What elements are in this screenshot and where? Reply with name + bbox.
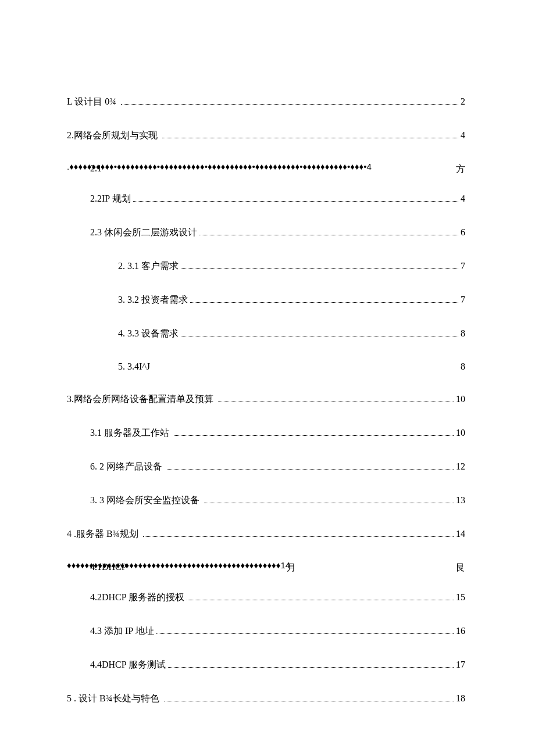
toc-leader [174, 435, 454, 436]
toc-page-no: 6 [461, 227, 465, 238]
toc-entry-7: 3. 3.2 投资者需求 7 [67, 294, 465, 306]
toc-page-no: 10 [456, 394, 465, 404]
toc-leader [164, 701, 454, 701]
toc-page-no: 4 [461, 194, 465, 204]
toc-label: 4.2DHCP 服务器的授权 [90, 592, 184, 604]
toc-label: 2. 3.1 客户需求 [118, 260, 179, 273]
toc-spacer [169, 428, 172, 438]
toc-leader [143, 536, 454, 537]
toc-spacer [162, 461, 165, 472]
toc-page-no: 7 [461, 295, 465, 305]
toc-page-no: 12 [456, 461, 465, 472]
toc-leader [162, 138, 458, 138]
toc-page-no: 17 [456, 660, 465, 670]
toc-leader [181, 268, 458, 269]
toc-page-no: 18 [456, 693, 465, 704]
toc-page-no: 2 [461, 96, 465, 107]
toc-leader [218, 402, 454, 402]
toc-entry-1: L 设计目 0¾ 2 [67, 96, 465, 108]
toc-entry-5: 2.3 休闲会所二层游戏设计 6 [67, 227, 465, 239]
toc-page-no: 16 [456, 626, 465, 636]
toc-label: 6. 2 网络产品设备 [90, 461, 162, 473]
toc-label: 4. 3.3 设备需求 [118, 328, 179, 340]
toc-label: 2.网络会所规划与实现 [67, 130, 158, 142]
toc-entry-13: 3. 3 网络会所安全监控设备 13 [67, 495, 465, 507]
toc-entry-4: 2.2IP 规划 4 [67, 193, 465, 205]
toc-label: 3.1 服务器及工作站 [90, 427, 169, 439]
toc-leader [156, 633, 454, 634]
toc-entry-6: 2. 3.1 客户需求 7 [67, 260, 465, 273]
toc-page-no: 14 [456, 529, 465, 539]
toc-page-no: 13 [456, 495, 465, 506]
toc-spacer [213, 394, 216, 404]
toc-label: 4.4DHCP 服务测试 [90, 659, 166, 671]
toc-leader [187, 600, 454, 600]
toc-entry-2: 2.网络会所规划与实现 4 [67, 130, 465, 142]
toc-label: 3. 3.2 投资者需求 [118, 294, 188, 306]
toc-entry-19: 5 . 设计 B¾长处与特色 18 [67, 693, 465, 705]
toc-leader [199, 235, 458, 235]
toc-entry-12: 6. 2 网络产品设备 12 [67, 461, 465, 473]
toc-entry-17: 4.3 添加 IP 地址 16 [67, 625, 465, 637]
toc-entry-9: 5. 3.4I^J 8 [67, 361, 465, 372]
toc-entry-14: 4 .服务器 B¾规划 14 [67, 528, 465, 540]
page-container: L 设计目 0¾ 2 2.网络会所规划与实现 4 2.1 方 .♦♦♦♦♦♦♦♦… [0, 0, 535, 756]
toc-spacer [116, 96, 119, 107]
toc-diamond-leader: ♦♦♦♦♦♦♦♦♦♦♦♦♦♦♦♦♦♦♦♦♦♦♦♦♦♦♦♦♦♦♦♦♦♦♦♦♦♦♦♦… [67, 560, 465, 570]
toc-label-right: 艮 [456, 562, 465, 574]
toc-label: 2.2IP 规划 [90, 193, 131, 205]
toc-entry-16: 4.2DHCP 服务器的授权 15 [67, 592, 465, 604]
toc-diamond-leader: .♦♦♦♦♦♦♦♦♦♦•♦♦♦♦♦♦♦♦♦•♦♦♦♦♦♦♦♦♦♦•♦♦♦♦♦♦♦… [67, 162, 465, 171]
toc-label: 4 .服务器 B¾规划 [67, 528, 138, 540]
toc-spacer [199, 495, 202, 506]
toc-label-right: 方 [456, 163, 465, 175]
toc-entry-18: 4.4DHCP 服务测试 17 [67, 659, 465, 671]
toc-label: 3.网络会所网络设备配置清单及预算 [67, 393, 213, 406]
toc-entry-8: 4. 3.3 设备需求 8 [67, 328, 465, 340]
toc-page-no: 7 [461, 261, 465, 271]
toc-label: 4.3 添加 IP 地址 [90, 625, 154, 637]
toc-leader [190, 302, 458, 303]
toc-label: L 设计目 0¾ [67, 96, 116, 108]
toc-leader [121, 104, 458, 105]
toc-page-no: 4 [461, 130, 465, 141]
toc-label: 2.3 休闲会所二层游戏设计 [90, 227, 197, 239]
toc-entry-11: 3.1 服务器及工作站 10 [67, 427, 465, 439]
toc-leader [181, 336, 458, 336]
toc-label: 5. 3.4I^J [118, 361, 150, 372]
toc-label: 3. 3 网络会所安全监控设备 [90, 495, 199, 507]
toc-spacer [138, 529, 141, 539]
toc-entry-10: 3.网络会所网络设备配置清单及预算 10 [67, 393, 465, 406]
toc-leader [168, 667, 454, 668]
toc-page-no: 15 [456, 592, 465, 603]
toc-page-no: 10 [456, 428, 465, 438]
toc-spacer [158, 130, 160, 141]
toc-page-no: 8 [461, 361, 465, 372]
toc-leader [204, 503, 454, 503]
toc-leader [133, 201, 458, 202]
toc-leader [167, 469, 454, 470]
toc-spacer [159, 693, 162, 704]
toc-page-no: 8 [461, 328, 465, 339]
toc-label: 5 . 设计 B¾长处与特色 [67, 693, 159, 705]
